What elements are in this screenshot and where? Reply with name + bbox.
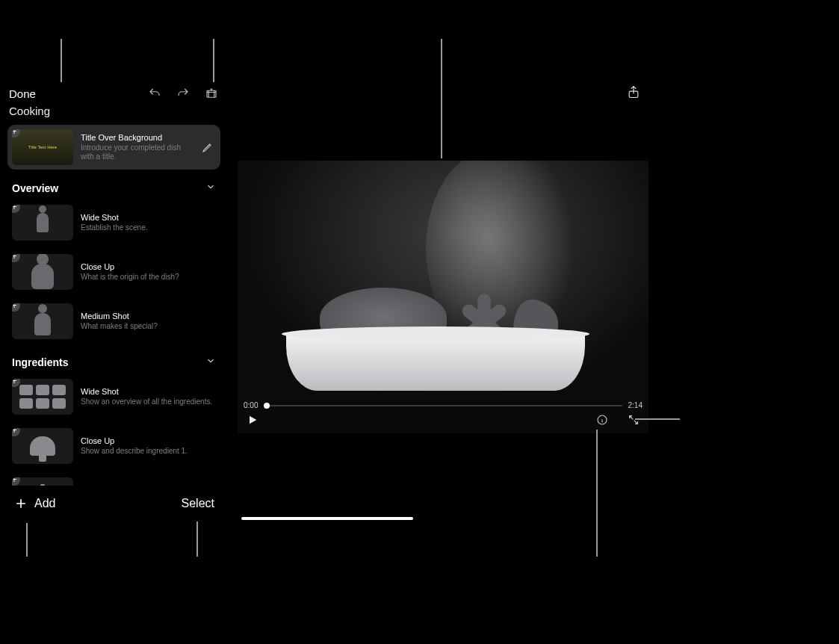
chevron-down-icon — [205, 182, 216, 194]
shot-title-over-background[interactable]: + Title Text Here Title Over Background … — [7, 125, 220, 170]
info-button[interactable] — [596, 414, 608, 429]
shot-title: Medium Shot — [81, 312, 216, 321]
playhead[interactable] — [264, 403, 270, 409]
fullscreen-button[interactable] — [628, 414, 640, 429]
shot-overview-wide[interactable]: + Wide Shot Establish the scene. — [7, 200, 220, 245]
shot-thumbnail: + — [12, 477, 73, 486]
video-viewer: 0:00 2:14 — [238, 161, 648, 433]
callout-line — [635, 418, 680, 420]
add-button[interactable]: Add — [13, 496, 55, 511]
section-name: Overview — [12, 182, 58, 194]
shot-overview-medium[interactable]: + Medium Shot What makes it special? — [7, 299, 220, 344]
play-button[interactable] — [247, 414, 258, 429]
undo-button[interactable] — [147, 86, 162, 101]
shot-desc: Establish the scene. — [81, 223, 216, 232]
shot-overview-closeup[interactable]: + Close Up What is the origin of the dis… — [7, 250, 220, 294]
shot-title: Close Up — [81, 262, 216, 271]
share-button[interactable] — [626, 84, 641, 103]
chevron-down-icon — [205, 356, 216, 368]
preview-area: 0:00 2:14 — [228, 0, 839, 523]
silhouette-icon — [31, 264, 54, 289]
section-header-ingredients[interactable]: Ingredients — [7, 348, 220, 374]
scrubber[interactable] — [264, 405, 622, 406]
shot-ingredients-closeup2[interactable]: + Close Up Show and describe ingredient … — [7, 473, 220, 486]
select-button[interactable]: Select — [182, 497, 214, 510]
sidebar-footer: Add Select — [0, 486, 228, 523]
shot-thumbnail: + — [12, 254, 73, 290]
edit-icon[interactable] — [199, 141, 216, 153]
add-clip-icon[interactable]: + — [12, 428, 20, 436]
bowl-graphic — [286, 334, 585, 391]
shot-list: + Title Text Here Title Over Background … — [0, 125, 228, 486]
shot-title: Wide Shot — [81, 387, 216, 396]
add-clip-icon[interactable]: + — [12, 477, 20, 486]
silhouette-icon — [34, 313, 51, 335]
ingredient-icon — [30, 436, 55, 456]
player-controls — [238, 411, 648, 433]
shot-desc: What makes it special? — [81, 322, 216, 331]
app-window: Done Cooking + Title Text Here — [0, 0, 839, 523]
ingredients-icon — [16, 382, 69, 412]
callout-line — [26, 523, 28, 557]
time-bar: 0:00 2:14 — [238, 400, 648, 411]
redo-button[interactable] — [176, 86, 191, 101]
project-title: Cooking — [0, 102, 228, 125]
shot-desc: Introduce your completed dish with a tit… — [81, 143, 192, 161]
shot-thumbnail: + — [12, 428, 73, 464]
add-clip-icon[interactable]: + — [12, 254, 20, 262]
add-clip-icon[interactable]: + — [12, 129, 20, 137]
silhouette-icon — [37, 213, 49, 232]
video-frame[interactable] — [238, 161, 648, 400]
shot-title: Close Up — [81, 436, 216, 445]
shot-ingredients-wide[interactable]: + Wide Shot Show an overview of all the … — [7, 374, 220, 419]
callout-line — [213, 39, 214, 82]
shot-desc: What is the origin of the dish? — [81, 273, 216, 282]
add-clip-icon[interactable]: + — [12, 205, 20, 213]
shot-thumbnail: + — [12, 303, 73, 339]
done-button[interactable]: Done — [9, 87, 36, 100]
shot-desc: Show and describe ingredient 1. — [81, 447, 216, 456]
add-label: Add — [34, 497, 55, 510]
add-clip-icon[interactable]: + — [12, 303, 20, 312]
duration: 2:14 — [628, 401, 643, 409]
shot-thumbnail: + Title Text Here — [12, 129, 73, 165]
section-header-overview[interactable]: Overview — [7, 174, 220, 200]
home-indicator — [241, 517, 413, 520]
callout-line — [196, 521, 198, 557]
shot-ingredients-closeup1[interactable]: + Close Up Show and describe ingredient … — [7, 424, 220, 468]
callout-line — [441, 39, 442, 158]
callout-line — [596, 430, 598, 557]
thumb-text: Title Text Here — [28, 145, 57, 149]
current-time: 0:00 — [244, 401, 258, 409]
sidebar-top-icons — [147, 86, 219, 101]
storyboard-button[interactable] — [204, 86, 219, 101]
shot-desc: Show an overview of all the ingredients. — [81, 397, 216, 406]
shot-thumbnail: + — [12, 205, 73, 241]
shot-title: Wide Shot — [81, 213, 216, 222]
sidebar: Done Cooking + Title Text Here — [0, 0, 228, 523]
callout-line — [61, 39, 62, 82]
shot-thumbnail: + — [12, 379, 73, 415]
sidebar-topbar: Done — [0, 79, 228, 102]
shot-title: Title Over Background — [81, 133, 192, 142]
ingredient-icon — [31, 484, 54, 486]
section-name: Ingredients — [12, 356, 68, 368]
